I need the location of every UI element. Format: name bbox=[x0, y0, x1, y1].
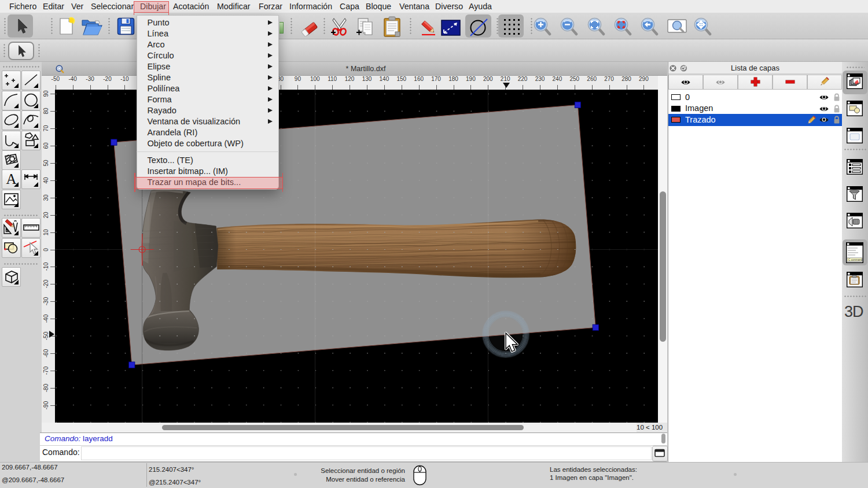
svg-text:A: A bbox=[6, 171, 16, 187]
svg-text:C command: C command bbox=[848, 258, 863, 261]
